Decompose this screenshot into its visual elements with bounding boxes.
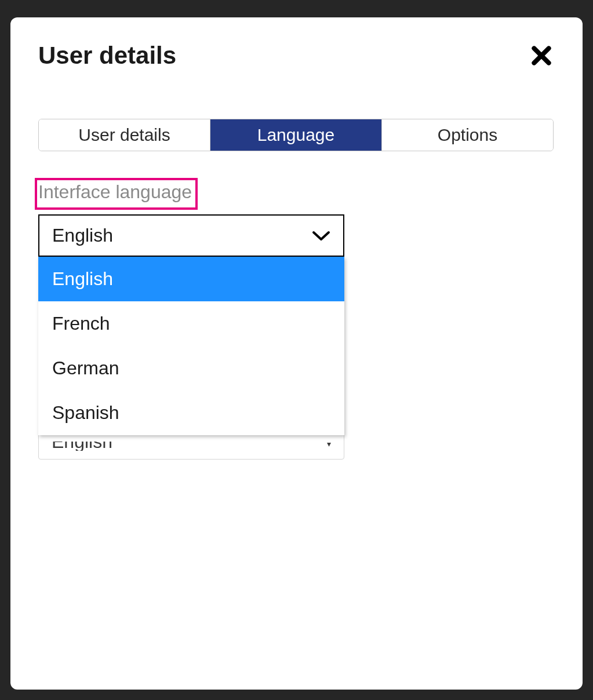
interface-language-select-wrapper: English English French German Spanish (38, 214, 344, 257)
scroll-spacer (38, 460, 554, 678)
modal-header: User details (10, 17, 583, 87)
tab-options[interactable]: Options (382, 119, 553, 151)
close-icon (530, 45, 552, 67)
interface-language-selected-value: English (52, 225, 113, 246)
tab-language[interactable]: Language (210, 119, 382, 151)
tab-user-details[interactable]: User details (39, 119, 210, 151)
language-option-french[interactable]: French (38, 301, 344, 346)
close-button[interactable] (530, 45, 552, 67)
user-details-modal: User details User details Language Optio… (10, 17, 583, 690)
secondary-language-value: English (52, 442, 112, 451)
interface-language-label: Interface language (35, 178, 198, 210)
interface-language-select[interactable]: English (38, 214, 344, 257)
language-option-english[interactable]: English (38, 257, 344, 301)
language-option-german[interactable]: German (38, 346, 344, 391)
chevron-down-icon (312, 230, 330, 242)
modal-scroll-area[interactable]: User details Language Options Interface … (10, 107, 571, 678)
tabs: User details Language Options (38, 119, 554, 151)
language-option-spanish[interactable]: Spanish (38, 391, 344, 435)
interface-language-dropdown: English French German Spanish (38, 257, 344, 435)
secondary-language-select[interactable]: English ▾ (38, 432, 344, 460)
chevron-down-icon: ▾ (327, 439, 331, 449)
modal-title: User details (38, 42, 176, 70)
